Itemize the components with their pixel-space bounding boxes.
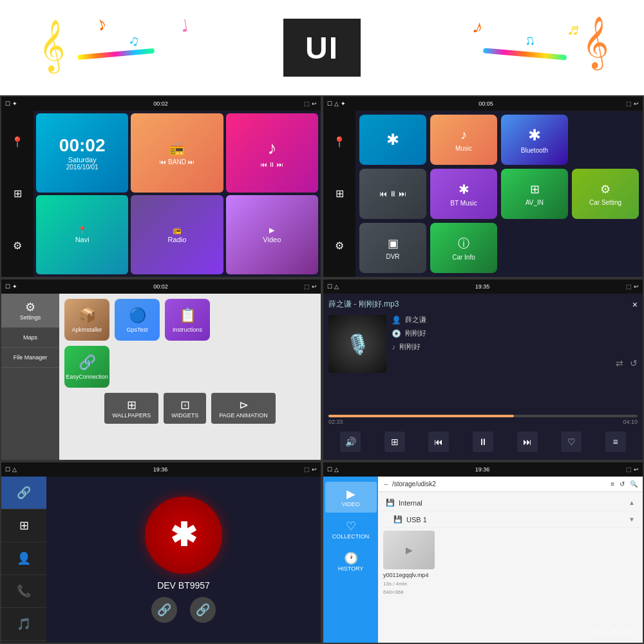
shuffle-icon[interactable]: ⇄ [616,358,623,368]
screen4-status-right: ⬚↩ [626,283,639,290]
apps-grid: 📦 ApkInstaller 🔵 GpsTest 📋 Instructions … [59,294,321,460]
shuffle-repeat: ⇄ ↺ [392,358,638,368]
bt-nav-grid[interactable]: ⊞ [1,509,46,542]
time-current: 02:33 [328,419,343,425]
video-thumbnail[interactable]: ▶ [383,531,435,569]
bt-music-icon: ✱ [459,182,469,197]
bt-nav-phone[interactable]: 📞 [1,575,46,608]
nav-file-manager[interactable]: File Manager [1,348,59,368]
screen-settings: ☐✦ 00:02 ⬚↩ ⚙ Settings Maps File Manager [0,278,322,461]
volume-btn[interactable]: 🔊 [340,431,361,452]
artist-name: 薛之谦 [405,315,426,325]
screen1-time: 00:02 [153,100,168,107]
bt-connect-btn[interactable]: 🔗 [151,597,177,623]
album-row-1: 💿 刚刚好 [392,328,638,338]
repeat-icon[interactable]: ↺ [630,358,638,368]
internal-folder[interactable]: 💾 Internal ▲ [381,495,640,511]
navi-tile[interactable]: 📍 Navi [36,195,128,274]
video-nav-item[interactable]: ▶ VIDEO [325,482,377,513]
file-right-panel: ← /storage/udisk2 ≡ ↺ 🔍 💾 Internal ▲ [378,477,643,643]
music-note-6: ♬ [565,19,582,41]
usb1-folder[interactable]: 💾 USB 1 ▼ [381,511,640,528]
bluetooth-tile[interactable]: ✱ [359,115,426,165]
close-btn[interactable]: × [632,299,638,310]
screen1-status-left: ☐✦ [5,100,17,107]
screen3-left-nav: ⚙ Settings Maps File Manager [1,294,59,460]
music-player-body: 🎙️ 👤 薛之谦 💿 刚刚好 ♪ 刚刚好 [328,315,638,411]
file-toolbar: ≡ ↺ 🔍 [611,480,638,488]
screen1-body: 📍 ⊞ ⚙ 00:02 Saturday 2016/10/01 📻 ⏮ BAND… [1,111,321,277]
screen2-sliders-icon[interactable]: ⊞ [330,184,349,204]
playlist-btn[interactable]: ≡ [605,431,626,452]
nav-settings[interactable]: ⚙ Settings [1,294,59,328]
car-setting-tile[interactable]: ⚙ Car Setting [572,169,639,219]
car-info-tile[interactable]: ⓘ Car Info [430,223,497,273]
radio-app-tile[interactable]: 📻 Radio [131,195,223,274]
search-icon[interactable]: 🔍 [630,480,638,488]
screen6-status-left: ☐△ [327,466,339,473]
screen3-time: 00:02 [153,283,168,290]
video-tile[interactable]: ▶ Video [226,195,318,274]
screen1-status-right: ⬚↩ [304,100,317,107]
progress-bar[interactable] [328,415,638,417]
disc-icon: 💿 [392,329,401,338]
sliders-icon[interactable]: ⊞ [8,184,27,204]
ui-badge: UI [283,19,361,77]
bt-nav-music[interactable]: 🎵 [1,608,46,641]
bt-symbol: ✱ [170,516,197,554]
bt-nav-link[interactable]: 🔗 [1,477,46,509]
music-tile[interactable]: ♪ ⏮ ⏸ ⏭ [226,113,318,193]
screen-file-browser: ☐△ 19:36 ⬚↩ ▶ VIDEO ♡ COLLECTION 🕐 HISTO… [322,461,644,644]
refresh-icon[interactable]: ↺ [620,480,625,488]
car-info-label: Car Info [452,254,475,261]
screen6-time: 19:36 [475,466,490,473]
prev-btn[interactable]: ⏮ [428,431,449,452]
av-in-tile[interactable]: ⊞ AV_IN [501,169,568,219]
back-icon[interactable]: ← [383,480,390,488]
gpstest-icon[interactable]: 🔵 GpsTest [115,299,160,341]
widgets-btn[interactable]: ⊡ WIDGETS [164,393,206,424]
screen2-settings-icon[interactable]: ⚙ [330,236,349,256]
history-nav-item[interactable]: 🕐 HISTORY [325,546,377,577]
heart-btn[interactable]: ♡ [561,431,582,452]
screen2-time: 00:05 [478,100,493,107]
usb-icon: 💾 [393,515,402,524]
dvr-tile[interactable]: ▣ DVR [359,223,426,273]
expand-up-icon[interactable]: ▲ [629,499,635,506]
wallpapers-btn[interactable]: ⊞ WALLPAPERS [104,393,158,424]
av-in-icon: ⊞ [530,182,540,196]
nav-maps[interactable]: Maps [1,328,59,348]
song-title: 薛之谦 - 刚刚好.mp3 [328,299,399,310]
bt-menu-tile[interactable]: ✱ Bluetooth [501,115,568,165]
radio-app-label: Radio [168,236,187,243]
next-btn[interactable]: ⏭ [517,431,538,452]
radio-tile[interactable]: 📻 ⏮ BAND ⏭ [131,113,223,193]
apkinstaller-icon[interactable]: 📦 ApkInstaller [64,299,109,341]
instructions-icon[interactable]: 📋 Instructions [165,299,210,341]
apps-row-2: 🔗 EasyConnection [64,346,316,388]
bottom-widgets: ⊞ WALLPAPERS ⊡ WIDGETS ⊳ PAGE ANIMATION [64,393,316,424]
sort-icon[interactable]: ≡ [611,480,614,488]
album-art-image: 🎙️ [328,315,386,373]
settings-icon[interactable]: ⚙ [8,236,27,256]
bt-nav-person[interactable]: 👤 [1,542,46,575]
music-menu-tile[interactable]: ♪ Music [430,115,497,165]
play-pause-btn[interactable]: ⏸ [473,431,493,452]
screen2-location-icon[interactable]: 📍 [330,132,349,151]
expand-down-icon[interactable]: ▼ [629,516,635,523]
file-tree: 💾 Internal ▲ 💾 USB 1 ▼ ▶ [378,492,643,643]
media-controls-tile[interactable]: ⏮ ⏸ ⏭ [359,169,426,219]
screen3-body: ⚙ Settings Maps File Manager 📦 ApkInstal… [1,294,321,460]
video-file-item: ▶ y0011egqqlv.mp4 13s / 4min 640×368 [383,531,638,595]
bt-music-tile[interactable]: ✱ BT Music [430,169,497,219]
car-setting-icon: ⚙ [600,182,611,196]
artist-row: 👤 薛之谦 [392,315,638,325]
bt-disconnect-btn[interactable]: 🔗 [190,597,216,623]
location-icon[interactable]: 📍 [8,132,27,151]
equalizer-btn[interactable]: ⊞ [384,431,405,452]
collection-nav-item[interactable]: ♡ COLLECTION [325,514,377,545]
clock-tile[interactable]: 00:02 Saturday 2016/10/01 [36,113,128,193]
music-menu-label: Music [455,145,472,152]
easyconnection-icon[interactable]: 🔗 EasyConnection [64,346,109,388]
page-animation-btn[interactable]: ⊳ PAGE ANIMATION [211,393,276,424]
